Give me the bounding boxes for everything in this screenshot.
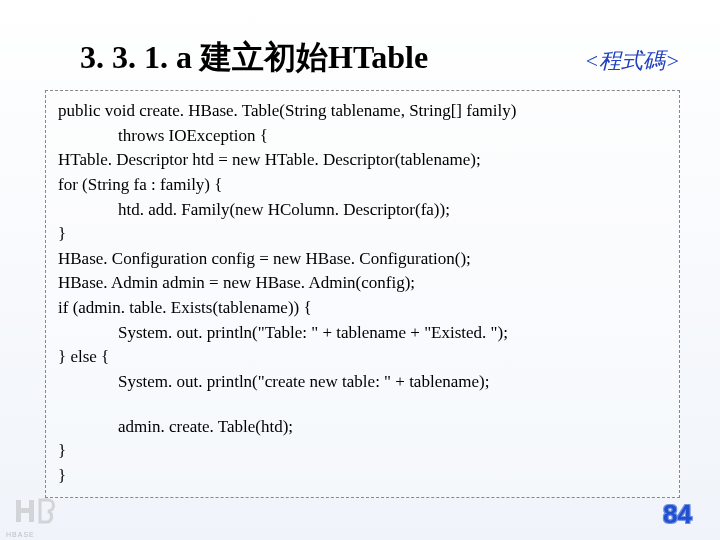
code-box: public void create. HBase. Table(String …	[45, 90, 680, 498]
slide-subtitle: <程式碼>	[584, 46, 680, 76]
logo-text: HBASE	[6, 531, 35, 538]
title-row: 3. 3. 1. a 建立初始HTable <程式碼>	[0, 0, 720, 85]
code-line: if (admin. table. Exists(tablename)) {	[58, 296, 667, 321]
blank-line	[58, 395, 667, 415]
code-line: HBase. Configuration config = new HBase.…	[58, 247, 667, 272]
slide-title: 3. 3. 1. a 建立初始HTable	[80, 36, 428, 80]
code-line: }	[58, 439, 667, 464]
code-line: htd. add. Family(new HColumn. Descriptor…	[58, 198, 667, 223]
code-line: } else {	[58, 345, 667, 370]
code-line: }	[58, 464, 667, 489]
page-number: 84	[663, 499, 692, 530]
code-line: }	[58, 222, 667, 247]
code-line: System. out. println("create new table: …	[58, 370, 667, 395]
code-line: for (String fa : family) {	[58, 173, 667, 198]
code-line: System. out. println("Table: " + tablena…	[58, 321, 667, 346]
code-line: public void create. HBase. Table(String …	[58, 99, 667, 124]
code-line: admin. create. Table(htd);	[58, 415, 667, 440]
code-line: HTable. Descriptor htd = new HTable. Des…	[58, 148, 667, 173]
svg-rect-2	[29, 500, 34, 522]
code-line: HBase. Admin admin = new HBase. Admin(co…	[58, 271, 667, 296]
hbase-logo-icon	[10, 496, 60, 532]
code-line: throws IOException {	[58, 124, 667, 149]
